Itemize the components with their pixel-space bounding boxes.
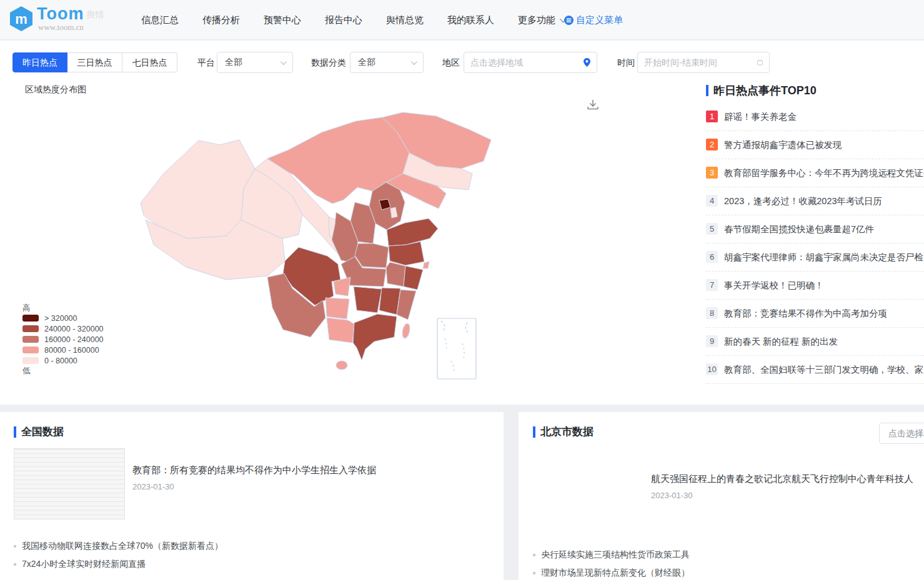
hot-event-item[interactable]: 3教育部留学服务中心：今年不再为跨境远程文凭证书提供 bbox=[706, 159, 924, 187]
tab-seven-day-hot[interactable]: 七日热点 bbox=[122, 52, 177, 72]
page: m Toom 舆情 www.toom.cn 信息汇总 传播分析 预警中心 报告中… bbox=[0, 0, 924, 580]
beijing-region-select-button[interactable]: 点击选择地域 bbox=[879, 423, 924, 444]
bullet-icon bbox=[533, 554, 535, 556]
rank-badge: 1 bbox=[706, 111, 718, 122]
province-guizhou[interactable] bbox=[325, 298, 349, 319]
hot-event-list: 1辟谣！事关养老金 2警方通报胡鑫宇遗体已被发现 3教育部留学服务中心：今年不再… bbox=[706, 103, 924, 384]
featured-body: 航天强国征程上的青春之歌记北京航天飞行控制中心青年科技人 2023-01-30 bbox=[651, 448, 913, 519]
title-accent-bar bbox=[706, 85, 708, 96]
svg-text:m: m bbox=[15, 11, 27, 27]
header: m Toom 舆情 www.toom.cn 信息汇总 传播分析 预警中心 报告中… bbox=[0, 0, 924, 40]
province-fujian[interactable] bbox=[397, 290, 416, 320]
rank-badge: 9 bbox=[706, 335, 718, 347]
hot-event-title: 警方通报胡鑫宇遗体已被发现 bbox=[724, 139, 842, 151]
beijing-news-list: 央行延续实施三项结构性货币政策工具 理财市场呈现新特点新变化（财经眼） bbox=[533, 546, 924, 580]
hot-event-item[interactable]: 8教育部：竞赛结果不得作为中高考加分项 bbox=[706, 300, 924, 328]
national-news-list: 我国移动物联网连接数占全球70%（新数据新看点） 7x24小时全球实时财经新闻直… bbox=[14, 537, 500, 573]
legend-row: 240000 - 320000 bbox=[22, 323, 104, 334]
platform-select[interactable]: 全部 bbox=[217, 52, 293, 73]
category-select[interactable]: 全部 bbox=[350, 52, 424, 73]
province-guangdong[interactable] bbox=[353, 314, 397, 360]
nav-item-more-features[interactable]: 更多功能 bbox=[518, 14, 565, 26]
province-shanghai[interactable] bbox=[423, 262, 429, 268]
hot-event-item[interactable]: 7事关开学返校！已明确！ bbox=[706, 272, 924, 300]
tab-yesterday-hot[interactable]: 昨日热点 bbox=[12, 52, 67, 72]
featured-article[interactable]: 航天强国征程上的青春之歌记北京航天飞行控制中心青年科技人 2023-01-30 bbox=[532, 448, 924, 519]
province-taiwan[interactable] bbox=[401, 323, 411, 339]
custom-menu-link[interactable]: 自定义菜单 bbox=[564, 0, 623, 40]
top10-title: 昨日热点事件TOP10 bbox=[713, 83, 817, 98]
hot-event-item[interactable]: 5春节假期全国揽投快递包裹量超7亿件 bbox=[706, 215, 924, 243]
featured-title[interactable]: 航天强国征程上的青春之歌记北京航天飞行控制中心青年科技人 bbox=[651, 473, 913, 485]
news-item[interactable]: 7x24小时全球实时财经新闻直播 bbox=[14, 555, 500, 573]
hot-event-item[interactable]: 10教育部、全国妇联等十三部门发文明确，学校、家庭、社 bbox=[706, 356, 924, 384]
hot-event-item[interactable]: 6胡鑫宇案代理律师：胡鑫宇家属尚未决定是否尸检 bbox=[706, 243, 924, 272]
featured-title[interactable]: 教育部：所有竞赛的结果均不得作为中小学生招生入学依据 bbox=[132, 464, 376, 476]
brand-name: Toom bbox=[37, 6, 84, 22]
province-hainan[interactable] bbox=[336, 361, 347, 370]
tab-three-day-hot[interactable]: 三日热点 bbox=[67, 52, 122, 72]
featured-date: 2023-01-30 bbox=[132, 482, 376, 491]
province-hunan[interactable] bbox=[354, 287, 382, 313]
hot-event-item[interactable]: 1辟谣！事关养老金 bbox=[706, 103, 924, 131]
rank-badge: 2 bbox=[706, 139, 718, 150]
menu-circle-icon bbox=[564, 16, 574, 25]
nav-item-spread-analysis[interactable]: 传播分析 bbox=[202, 14, 240, 26]
nav-item-report-center[interactable]: 报告中心 bbox=[325, 14, 362, 26]
logo[interactable]: m Toom 舆情 www.toom.cn bbox=[9, 6, 104, 32]
chevron-down-icon bbox=[411, 59, 417, 65]
bullet-icon bbox=[14, 545, 16, 548]
featured-article[interactable]: 教育部：所有竞赛的结果均不得作为中小学生招生入学依据 2023-01-30 bbox=[14, 448, 497, 519]
bullet-icon bbox=[533, 572, 535, 574]
category-label: 数据分类 bbox=[311, 57, 346, 69]
province-guangxi[interactable] bbox=[327, 318, 354, 343]
legend-row: 160000 - 240000 bbox=[22, 334, 104, 345]
hot-event-item[interactable]: 9新的春天 新的征程 新的出发 bbox=[706, 328, 924, 356]
region-input-wrap bbox=[464, 52, 597, 73]
rank-badge: 4 bbox=[706, 195, 718, 207]
logo-text: Toom 舆情 www.toom.cn bbox=[37, 6, 104, 32]
rank-badge: 7 bbox=[706, 279, 718, 291]
national-data-card: 全国数据 教育部：所有竞赛的结果均不得作为中小学生招生入学依据 2023-01-… bbox=[0, 412, 504, 580]
beijing-title: 北京市数据 bbox=[540, 425, 594, 439]
hot-event-item[interactable]: 2警方通报胡鑫宇遗体已被发现 bbox=[706, 131, 924, 159]
featured-body: 教育部：所有竞赛的结果均不得作为中小学生招生入学依据 2023-01-30 bbox=[132, 448, 376, 519]
national-title-row: 全国数据 bbox=[14, 425, 64, 439]
region-input[interactable] bbox=[470, 57, 584, 67]
nav-item-warning-center[interactable]: 预警中心 bbox=[264, 14, 301, 26]
hot-event-item[interactable]: 42023，逢考必过！收藏2023年考试日历 bbox=[706, 187, 924, 215]
region-label: 地区 bbox=[442, 57, 460, 69]
article-thumbnail bbox=[14, 448, 125, 519]
time-label: 时间 bbox=[617, 57, 635, 69]
brand-url: www.toom.cn bbox=[38, 22, 104, 32]
rank-badge: 3 bbox=[706, 167, 718, 179]
nav-item-my-contacts[interactable]: 我的联系人 bbox=[447, 14, 494, 26]
news-item[interactable]: 理财市场呈现新特点新变化（财经眼） bbox=[533, 564, 924, 580]
news-item[interactable]: 央行延续实施三项结构性货币政策工具 bbox=[533, 546, 924, 564]
nav-item-sentiment-overview[interactable]: 舆情总览 bbox=[386, 14, 424, 26]
nav-item-info-summary[interactable]: 信息汇总 bbox=[141, 14, 179, 26]
rank-badge: 6 bbox=[706, 251, 718, 263]
legend-high-label: 高 bbox=[22, 303, 104, 313]
news-item[interactable]: 我国移动物联网连接数占全球70%（新数据新看点） bbox=[14, 537, 500, 555]
legend-swatch bbox=[22, 315, 39, 322]
hot-event-title: 2023，逢考必过！收藏2023年考试日历 bbox=[724, 195, 882, 207]
hot-event-title: 新的春天 新的征程 新的出发 bbox=[724, 335, 838, 348]
platform-label: 平台 bbox=[197, 57, 215, 69]
title-accent-bar bbox=[533, 426, 535, 438]
rank-badge: 10 bbox=[706, 363, 718, 375]
heat-legend: 高 > 320000 240000 - 320000 160000 - 2400… bbox=[22, 303, 104, 376]
beijing-title-row: 北京市数据 bbox=[533, 425, 594, 439]
logo-hexagon-icon: m bbox=[9, 6, 34, 32]
province-zhejiang[interactable] bbox=[404, 266, 423, 290]
hot-event-title: 胡鑫宇案代理律师：胡鑫宇家属尚未决定是否尸检 bbox=[724, 251, 923, 263]
legend-swatch bbox=[22, 357, 39, 364]
hot-event-title: 教育部、全国妇联等十三部门发文明确，学校、家庭、社 bbox=[724, 363, 924, 376]
top10-panel: 昨日热点事件TOP10 1辟谣！事关养老金 2警方通报胡鑫宇遗体已被发现 3教育… bbox=[706, 41, 924, 384]
main-nav: 信息汇总 传播分析 预警中心 报告中心 舆情总览 我的联系人 更多功能 bbox=[141, 0, 589, 40]
bullet-icon bbox=[14, 563, 16, 566]
hot-period-tabs: 昨日热点 三日热点 七日热点 bbox=[12, 52, 177, 72]
province-anhui[interactable] bbox=[386, 262, 405, 287]
legend-swatch bbox=[22, 347, 39, 353]
legend-low-label: 低 bbox=[22, 366, 104, 376]
